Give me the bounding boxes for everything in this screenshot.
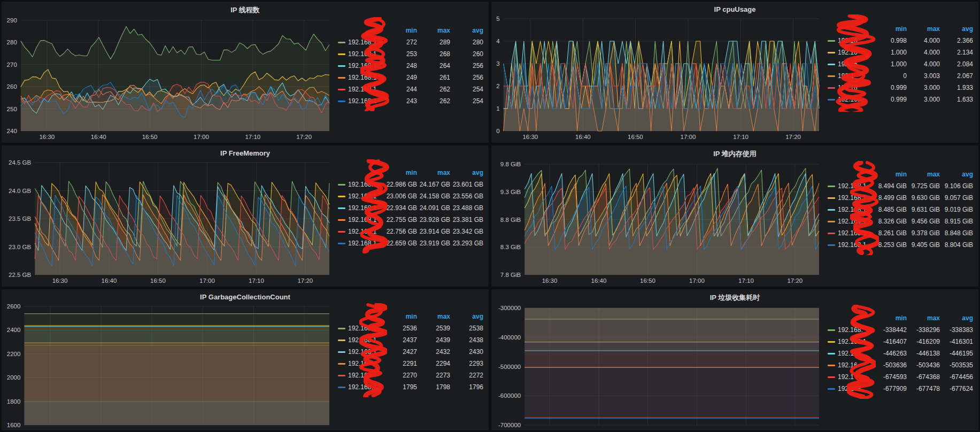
series-name[interactable]: 192.168.1 (828, 192, 874, 204)
legend-header-min[interactable]: min (384, 167, 417, 179)
series-name[interactable]: 192.16 (828, 58, 874, 70)
series-name[interactable]: 192.16 (828, 82, 874, 94)
y-axis-tick-label: 290 (7, 17, 17, 24)
series-name[interactable]: 192.168.1 (828, 227, 874, 239)
series-name[interactable]: 192.168.1 (828, 215, 874, 227)
series-area-fill (24, 402, 329, 426)
series-name[interactable]: 192.168.1 (338, 72, 384, 83)
legend-header-max[interactable]: max (907, 312, 940, 324)
series-max: 261 (417, 72, 450, 83)
time-series-chart[interactable]: 16:3016:4016:5017:0017:1017:209.8 GiB9.3… (493, 160, 825, 286)
time-series-chart[interactable]: 16:3016:4016:5017:0017:1017:2024.5 GB24.… (4, 158, 336, 286)
series-color-marker (828, 388, 835, 390)
legend-header-min[interactable]: min (874, 312, 907, 324)
series-name[interactable]: 192.168 (828, 348, 874, 359)
series-name[interactable]: 192.1 (828, 70, 874, 82)
series-name[interactable]: 192.168. (828, 383, 874, 395)
series-name[interactable]: 192.168.1 (338, 346, 384, 358)
legend-header-max[interactable]: max (907, 168, 940, 180)
series-label: 192.168.1 (348, 237, 376, 249)
series-name[interactable]: 192.168.1 (338, 83, 384, 95)
series-name[interactable]: 192.16 (828, 35, 874, 47)
chart-canvas[interactable]: 260024002200200018001600 (4, 302, 336, 429)
series-name[interactable]: 192.168. (828, 324, 874, 336)
x-axis-tick-label: 16:50 (142, 134, 158, 140)
series-name[interactable]: 192.168.1 (338, 237, 384, 249)
series-name[interactable]: 192.168.1 (338, 214, 384, 226)
series-label: 192.16 (838, 82, 858, 94)
series-max: 24.158 GB (417, 190, 450, 202)
series-name[interactable]: 192.168. (828, 94, 874, 105)
legend-header-avg[interactable]: avg (940, 312, 973, 324)
chart-canvas[interactable]: -300000-400000-500000-600000-700000 (493, 304, 825, 429)
y-axis-tick-label: 23.5 GB (9, 215, 32, 222)
series-label: 192.1 (838, 371, 854, 383)
time-series-chart[interactable]: 16:3016:4016:5017:0017:1017:202902802702… (4, 16, 336, 142)
series-name[interactable]: 192.168.1 (828, 336, 874, 348)
series-avg: 2538 (450, 322, 483, 334)
series-min: 0 (874, 70, 907, 82)
legend-header-avg[interactable]: avg (940, 23, 973, 35)
series-max: 264 (417, 60, 450, 72)
chart-canvas[interactable]: 16:3016:4016:5017:0017:1017:202902802702… (4, 16, 336, 142)
series-min: 1.000 (874, 58, 907, 70)
time-series-chart[interactable]: 16:3016:4016:5017:0017:1017:20543210 (493, 14, 825, 142)
series-name[interactable]: 192.16 (338, 358, 384, 369)
legend-header-min[interactable]: min (874, 168, 907, 180)
panel-title[interactable]: IP 垃圾收集耗时 (491, 289, 978, 304)
series-color-marker (828, 329, 835, 331)
series-name[interactable]: 192.168.1 (338, 322, 384, 334)
series-name[interactable]: 192.168.1 (828, 204, 874, 215)
series-name[interactable]: 192.168.1 (828, 239, 874, 251)
panel-title[interactable]: IP GarbageCollectionCount (2, 289, 489, 302)
series-name[interactable]: 192.168.1 (338, 190, 384, 202)
legend-row: 192.161.0004.0002.084 (828, 58, 973, 70)
legend-row: 192.168.18.485 GiB9.631 GiB9.019 GiB (828, 204, 973, 215)
series-name[interactable]: 192.1 (828, 371, 874, 383)
time-series-chart[interactable]: 260024002200200018001600 (4, 302, 336, 429)
legend-header-min[interactable]: min (384, 311, 417, 322)
legend-header-max[interactable]: max (907, 23, 940, 35)
series-name[interactable]: 192.168.1 (828, 180, 874, 192)
panel-title[interactable]: IP FreeMemory (2, 145, 489, 158)
legend-header-min[interactable]: min (384, 25, 417, 36)
series-name[interactable]: 192.168.1 (338, 36, 384, 48)
legend-header-max[interactable]: max (417, 25, 450, 36)
legend-header-min[interactable]: min (874, 23, 907, 35)
series-min: 253 (384, 48, 417, 60)
legend-header-avg[interactable]: avg (450, 167, 483, 179)
series-name[interactable]: 192.168.1 (338, 179, 384, 190)
series-name[interactable]: 192.168.1 (338, 334, 384, 346)
series-avg: 23.601 GB (450, 179, 483, 190)
panel-title[interactable]: IP cpuUsage (491, 2, 978, 14)
panel-title[interactable]: IP 线程数 (2, 2, 489, 16)
series-avg: 9.019 GiB (940, 204, 973, 215)
legend-row: 192.168.122.755 GB23.928 GB23.381 GB (338, 214, 483, 226)
chart-canvas[interactable]: 16:3016:4016:5017:0017:1017:209.8 GiB9.3… (493, 160, 825, 286)
time-series-chart[interactable]: -300000-400000-500000-600000-700000 (493, 304, 825, 429)
series-avg: -677624 (940, 383, 973, 395)
grafana-dashboard: IP 线程数 16:3016:4016:5017:0017:1017:20290… (0, 0, 980, 432)
series-min: -674593 (874, 371, 907, 383)
chart-canvas[interactable]: 16:3016:4016:5017:0017:1017:2024.5 GB24.… (4, 158, 336, 286)
series-name[interactable]: 192.168.1 (338, 202, 384, 214)
chart-canvas[interactable]: 16:3016:4016:5017:0017:1017:20543210 (493, 14, 825, 142)
series-max: 3.003 (907, 70, 940, 82)
legend-header-avg[interactable]: avg (450, 311, 483, 322)
series-name[interactable]: 192.168.1 (338, 48, 384, 60)
panel-title[interactable]: IP 堆内存使用 (491, 145, 978, 160)
series-label: 192.168.1 (348, 226, 376, 237)
series-name[interactable]: 192.16 (828, 47, 874, 58)
series-name[interactable]: 192.16 (338, 369, 384, 381)
series-name[interactable]: 192.168.1 (338, 381, 384, 393)
legend-header-avg[interactable]: avg (940, 168, 973, 180)
series-name[interactable]: 192.168.1 (338, 60, 384, 72)
series-name[interactable]: 192.16 (828, 359, 874, 371)
series-name[interactable]: 192.168.1 (338, 226, 384, 237)
legend-header-avg[interactable]: avg (450, 25, 483, 36)
legend-header-max[interactable]: max (417, 167, 450, 179)
series-name[interactable]: 192.168.1 (338, 95, 384, 107)
legend-header-max[interactable]: max (417, 311, 450, 322)
series-max: 2432 (417, 346, 450, 358)
series-color-marker (338, 53, 345, 55)
